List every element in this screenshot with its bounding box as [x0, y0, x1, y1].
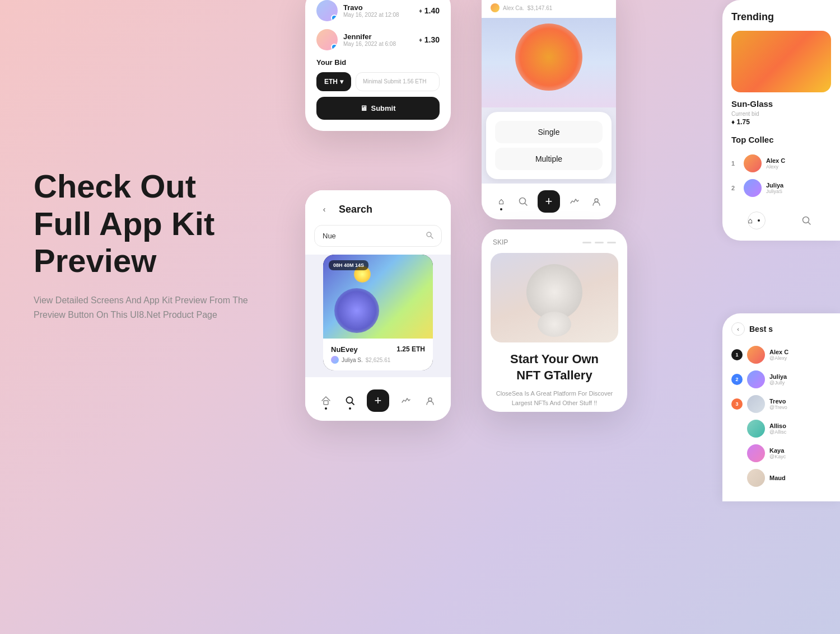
seller-info-2: Juliya @Jully [769, 373, 787, 386]
eth-icon-1: ♦ [419, 7, 422, 14]
user1-name: Travo [343, 3, 399, 12]
gallery-text-area: Start Your Own NFT GTallery CloseSea Is … [482, 342, 627, 412]
gallery-screen: SKIP Start Your Own NFT GTallery CloseSe… [482, 229, 627, 412]
seller-name-3: Trevo [769, 398, 787, 405]
bid-user-row-2: Jennifer May 16, 2022 at 6:08 ♦ 1.30 [316, 29, 440, 50]
verified-badge-1 [331, 15, 338, 21]
trending-bid-label: Current bid [722, 111, 840, 117]
svg-line-10 [808, 223, 810, 225]
right-search-icon[interactable] [797, 212, 815, 229]
home-nav-icon[interactable]: ⌂ [494, 195, 508, 208]
avatar-jennifer [316, 29, 338, 50]
nft-card: Sun-Glass 1.75 ETH Alex Ca. $3,147.61 Si… [482, 0, 616, 219]
bid-user-info-2: Jennifer May 16, 2022 at 6:08 [316, 29, 396, 50]
seller-info-6: Maud [769, 475, 786, 481]
nft-search-name-row: NuEvey 1.25 ETH [331, 345, 425, 354]
add-nav-button[interactable]: + [538, 190, 560, 213]
bid-input-field[interactable]: Minimal Submit 1.56 ETH [356, 72, 440, 91]
chevron-down-icon: ▾ [340, 78, 343, 86]
right-panel-nav: ⌂ [722, 205, 840, 229]
eth-selector[interactable]: ETH ▾ [316, 72, 351, 91]
seller-name-2: Juliya [769, 373, 787, 380]
right-home-icon[interactable]: ⌂ [748, 212, 766, 229]
seller-avatar-5 [747, 444, 765, 462]
nft-image-area [482, 18, 616, 107]
search-add-button[interactable]: + [367, 389, 389, 412]
collector-row-1: 1 Alex C Alexy [722, 151, 840, 176]
nft-search-usd: $2,625.61 [366, 357, 391, 363]
collector-avatar-1 [744, 154, 762, 172]
user1-bid-amount: ♦ 1.40 [419, 6, 440, 15]
nft-title: Sun-Glass [491, 0, 535, 1]
collector-avatar-2 [744, 179, 762, 197]
nft-search-artist-name: Juliya S. [342, 357, 363, 363]
gallery-skip-row: SKIP [482, 229, 627, 253]
seller-name-1: Alex C [769, 349, 788, 355]
seller-row-6: Maud [722, 466, 840, 490]
seller-badge-3: 3 [731, 398, 743, 410]
nft-bottom-nav: ⌂ + [482, 184, 616, 219]
activity-nav-icon[interactable] [568, 195, 581, 208]
search-search-icon[interactable] [343, 394, 357, 407]
search-back-button[interactable]: ‹ [316, 201, 332, 217]
subtitle-text: View Detailed Screens And App Kit Previe… [34, 293, 269, 322]
seller-row-3: 3 Trevo @Trevo [722, 392, 840, 416]
nft-title-row: Sun-Glass 1.75 ETH [491, 0, 607, 1]
gallery-desc: CloseSea Is A Great Platform For Discove… [493, 389, 616, 407]
search-profile-icon[interactable] [423, 394, 437, 407]
nft-card-header: Sun-Glass 1.75 ETH Alex Ca. $3,147.61 [482, 0, 616, 18]
nft-artist-name: Alex Ca. [503, 5, 524, 11]
seller-handle-3: @Trevo [769, 405, 787, 410]
user1-date: May 16, 2022 at 12:08 [343, 12, 399, 18]
best-sellers-panel: ‹ Best s 1 Alex C @Alexy 2 Juliya @Jully… [722, 313, 840, 501]
trending-nft-title: Sun-Glass [722, 99, 840, 109]
best-sellers-header: ‹ Best s [722, 313, 840, 342]
search-bar[interactable]: Nue [314, 225, 442, 247]
svg-point-2 [595, 199, 598, 202]
collector-num-1: 1 [731, 160, 739, 167]
svg-line-4 [431, 237, 433, 239]
seller-handle-4: @Allisc [769, 429, 786, 435]
timer-badge: 08H 40M 14S [329, 260, 368, 270]
single-option[interactable]: Single [495, 121, 603, 143]
search-screen-title: Search [339, 204, 372, 215]
multiple-option[interactable]: Multiple [495, 148, 603, 170]
verified-badge-2 [331, 44, 338, 50]
seller-avatar-4 [747, 420, 765, 438]
submit-button[interactable]: 🖥 Submit [316, 97, 440, 120]
search-nav-icon[interactable] [516, 195, 530, 208]
progress-dots [582, 242, 616, 243]
profile-nav-icon[interactable] [590, 195, 603, 208]
skip-button[interactable]: SKIP [493, 238, 508, 246]
user2-bid-amount: ♦ 1.30 [419, 35, 440, 44]
best-back-button[interactable]: ‹ [731, 322, 745, 336]
gallery-title: Start Your Own NFT GTallery [493, 351, 616, 383]
seller-row-1: 1 Alex C @Alexy [722, 342, 840, 367]
collector-num-2: 2 [731, 185, 739, 191]
seller-name-6: Maud [769, 475, 786, 481]
seller-name-5: Kaya [769, 447, 786, 454]
collector-row-2: 2 Juliya JuliyaS [722, 176, 840, 200]
svg-line-1 [525, 204, 527, 206]
stone-small [538, 312, 571, 337]
seller-avatar-1 [747, 346, 765, 364]
nft-search-eth: 1.25 ETH [396, 345, 425, 353]
search-home-icon[interactable] [319, 394, 333, 407]
seller-handle-1: @Alexy [769, 355, 788, 361]
svg-point-6 [346, 397, 352, 403]
search-header: ‹ Search [305, 190, 451, 225]
collector-name-1: Alex C [766, 157, 785, 164]
collector-name-2: Juliya [766, 182, 783, 189]
nft-orb-1 [334, 288, 379, 333]
svg-point-3 [427, 232, 431, 237]
search-bottom-nav: + [305, 383, 451, 421]
search-activity-icon[interactable] [399, 394, 413, 407]
collector-info-1: Alex C Alexy [766, 157, 785, 170]
dot-1 [582, 242, 591, 243]
nft-search-artist-avatar [331, 356, 339, 364]
seller-info-1: Alex C @Alexy [769, 349, 788, 361]
best-sellers-title: Best s [749, 325, 773, 334]
search-input-value[interactable]: Nue [323, 232, 421, 240]
trending-bid-value: ♦ 1.75 [722, 118, 840, 126]
search-screen: ‹ Search Nue 08H 40M 14S NuEvey 1.25 ETH [305, 190, 451, 421]
